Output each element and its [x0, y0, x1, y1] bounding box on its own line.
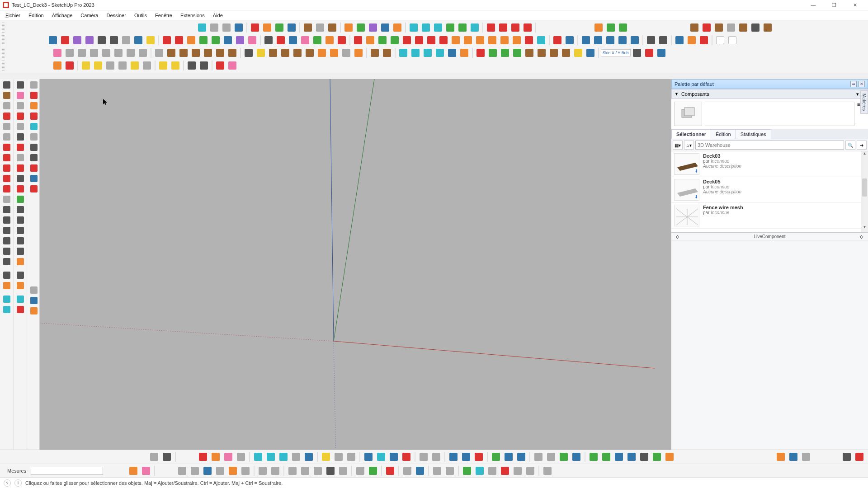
flag1-icon[interactable] [714, 34, 726, 46]
scroll-down-icon[interactable]: ▼ [861, 225, 868, 232]
str1-icon[interactable] [252, 451, 264, 462]
solid3-icon[interactable] [422, 47, 434, 59]
panel1-icon[interactable] [369, 47, 381, 59]
dots-icon[interactable] [113, 47, 124, 59]
tex4-icon[interactable] [511, 47, 523, 59]
pencil-red-icon[interactable] [249, 22, 261, 33]
cube-grey-icon[interactable] [800, 451, 812, 462]
eraser-icon[interactable] [52, 47, 63, 59]
pen-black-icon[interactable] [263, 34, 274, 46]
dia-orange-icon[interactable] [185, 34, 197, 46]
view-icon[interactable] [208, 22, 220, 33]
dia-green2-icon[interactable] [210, 34, 222, 46]
undo-icon[interactable] [448, 451, 459, 462]
rect4-icon[interactable] [14, 225, 26, 235]
grp4-icon[interactable] [651, 451, 663, 462]
hand-icon[interactable] [52, 60, 63, 71]
tool-s-icon[interactable] [353, 47, 364, 59]
flag2-icon[interactable] [726, 34, 738, 46]
orbit-icon[interactable] [221, 22, 232, 33]
dia-red-icon[interactable] [161, 34, 173, 46]
bucket-icon[interactable] [1, 90, 13, 100]
bars3-icon[interactable] [509, 22, 521, 33]
shield-icon[interactable] [593, 22, 604, 33]
arc6-icon[interactable] [413, 34, 425, 46]
list-item[interactable]: ⬇ Deck03 par Inconnue Aucune description [671, 151, 868, 177]
bwd-icon[interactable] [600, 451, 612, 462]
ruler2-icon[interactable] [14, 101, 26, 111]
cube4-icon[interactable] [214, 465, 226, 476]
align1-icon[interactable] [354, 465, 366, 476]
cube2-icon[interactable] [189, 465, 201, 476]
arc4-icon[interactable] [389, 34, 401, 46]
redo-icon[interactable] [460, 451, 472, 462]
nav1-icon[interactable] [148, 451, 160, 462]
viewport[interactable] [40, 79, 671, 461]
section2-icon[interactable] [14, 281, 26, 291]
fold4-icon[interactable] [325, 465, 336, 476]
minimize-button[interactable]: — [803, 0, 824, 10]
freehand-icon[interactable] [14, 111, 26, 121]
layers1-icon[interactable] [1, 294, 13, 304]
download-icon[interactable]: ⬇ [694, 194, 698, 199]
curve2b-icon[interactable] [14, 257, 26, 267]
view-mode-icon[interactable]: ▦▾ [673, 141, 683, 150]
component-meta[interactable] [705, 102, 854, 126]
menu-extensions[interactable]: Extensions [177, 12, 208, 19]
vis2-icon[interactable] [210, 451, 222, 462]
bell-icon[interactable] [1, 225, 13, 235]
str5-icon[interactable] [303, 451, 315, 462]
tex9-icon[interactable] [572, 47, 584, 59]
tab-stats[interactable]: Statistiques [736, 129, 771, 139]
tool-cut-icon[interactable] [340, 47, 352, 59]
tab-edit[interactable]: Édition [711, 129, 736, 139]
cube1-icon[interactable] [176, 465, 188, 476]
trash-icon[interactable] [336, 34, 348, 46]
ln1-icon[interactable] [645, 34, 657, 46]
menu-aide[interactable]: Aide [209, 12, 226, 19]
skin-xy-label[interactable]: Skin X / Y Bub [601, 49, 631, 56]
search-go-icon[interactable]: ➜ [857, 141, 867, 150]
ah5-icon[interactable] [499, 34, 510, 46]
text-icon[interactable] [1, 205, 13, 215]
menu-camera[interactable]: Caméra [77, 12, 102, 19]
col4-icon[interactable] [190, 47, 202, 59]
target2-icon[interactable] [14, 246, 26, 256]
cube5-icon[interactable] [227, 465, 239, 476]
book2-icon[interactable] [701, 22, 712, 33]
gear-icon[interactable] [14, 174, 26, 183]
pencil-green-icon[interactable] [274, 22, 285, 33]
palette-pin-icon[interactable]: ⇴ [850, 81, 857, 87]
pencil2-icon[interactable] [108, 34, 120, 46]
cube6-icon[interactable] [240, 465, 251, 476]
rotate-tool-icon[interactable] [1, 174, 13, 183]
dia-purple-icon[interactable] [234, 34, 246, 46]
bars2-icon[interactable] [497, 22, 509, 33]
live-next-icon[interactable]: ◇ [858, 234, 865, 239]
curve6-icon[interactable] [469, 22, 481, 33]
nav2-icon[interactable] [161, 451, 173, 462]
ah6-icon[interactable] [511, 34, 523, 46]
book1-icon[interactable] [689, 22, 700, 33]
sz4-icon[interactable] [617, 34, 628, 46]
tab1-icon[interactable] [490, 451, 502, 462]
list-item[interactable]: ⬇ Deck05 par Inconnue Aucune description [671, 177, 868, 203]
help-status-icon[interactable]: ? [4, 479, 11, 487]
curve2-icon[interactable] [420, 22, 432, 33]
collapse-icon[interactable]: ▼ [675, 92, 679, 96]
folder-icon[interactable] [28, 90, 40, 100]
grp-icon[interactable] [613, 451, 625, 462]
blue2-icon[interactable] [388, 451, 400, 462]
wave-icon[interactable] [233, 22, 245, 33]
panel-icon[interactable] [28, 101, 40, 111]
move-tool-icon[interactable] [1, 163, 13, 173]
play-green-icon[interactable] [367, 465, 379, 476]
mark-icon[interactable] [170, 60, 181, 71]
book7-icon[interactable] [762, 22, 774, 33]
open-eye-icon[interactable] [104, 60, 116, 71]
grp2-icon[interactable] [626, 451, 637, 462]
pencil-orange-icon[interactable] [261, 22, 273, 33]
dia-green-icon[interactable] [198, 34, 209, 46]
slab1-icon[interactable] [257, 465, 269, 476]
grp1-icon[interactable] [552, 34, 563, 46]
